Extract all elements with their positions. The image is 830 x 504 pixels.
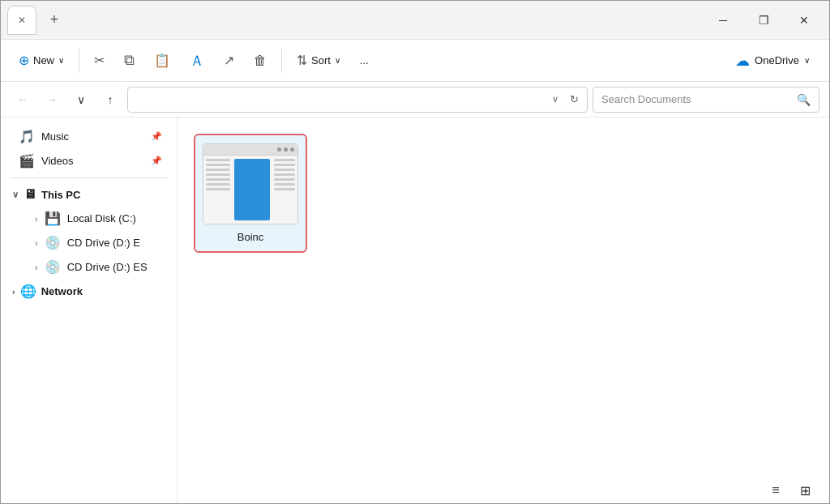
this-pc-label: This PC — [41, 189, 80, 201]
sidebar-item-videos[interactable]: 🎬 Videos 📌 — [6, 149, 172, 173]
share-button[interactable]: ↗ — [216, 45, 242, 76]
dropdown-button[interactable]: ∨ — [69, 88, 93, 112]
sidebar-item-cd-drive-des[interactable]: › 💿 CD Drive (D:) ES — [6, 255, 172, 279]
videos-icon: 🎬 — [19, 153, 35, 169]
back-icon: ← — [17, 93, 28, 106]
copy-icon: ⧉ — [124, 52, 135, 69]
close-button[interactable]: ✕ — [785, 7, 823, 33]
sort-icon: ⇅ — [297, 53, 307, 68]
tile-view-icon: ⊞ — [800, 483, 811, 498]
sidebar-item-music[interactable]: 🎵 Music 📌 — [6, 125, 172, 148]
cd-drive-de-icon: 💿 — [45, 235, 61, 250]
sidebar-group-this-pc[interactable]: ∨ 🖥 This PC — [6, 183, 172, 206]
delete-icon: 🗑 — [254, 53, 267, 68]
up-button[interactable]: ↑ — [98, 88, 122, 112]
dropdown-icon: ∨ — [77, 93, 85, 106]
cut-button[interactable]: ✂ — [86, 45, 113, 76]
rename-icon: Ａ — [190, 51, 204, 70]
onedrive-dropdown-icon: ∨ — [804, 56, 810, 65]
expand-child-icon-3: › — [35, 263, 38, 272]
thumb-line-2 — [206, 164, 230, 166]
local-disk-icon: 💾 — [45, 211, 61, 226]
thumb-center-panel — [234, 159, 270, 220]
browser-tab[interactable]: ✕ — [7, 6, 36, 35]
copy-button[interactable]: ⧉ — [116, 45, 143, 76]
thumb-dot-2 — [284, 147, 288, 152]
sort-label: Sort — [311, 54, 331, 66]
thumb-line-4 — [206, 173, 230, 176]
up-icon: ↑ — [108, 93, 113, 106]
expand-child-icon-2: › — [35, 238, 38, 248]
sort-button[interactable]: ⇅ Sort ∨ — [289, 45, 349, 76]
network-label: Network — [41, 285, 83, 297]
thumb-left-panel — [203, 156, 233, 224]
separator-2 — [281, 49, 282, 73]
thumb-line-5 — [206, 178, 230, 181]
new-tab-button[interactable]: + — [43, 9, 66, 32]
minimize-button[interactable]: ─ — [704, 7, 742, 33]
thumb-dot-3 — [290, 147, 294, 152]
this-pc-icon: 🖥 — [24, 187, 36, 202]
thumb-body — [203, 156, 297, 224]
tab-close-icon[interactable]: ✕ — [18, 15, 26, 26]
tile-view-button[interactable]: ⊞ — [794, 479, 816, 502]
thumbnail-inner — [203, 144, 297, 224]
toolbar: ⊕ New ∨ ✂ ⧉ 📋 Ａ ↗ 🗑 ⇅ Sort ∨ ... ☁ OneDr… — [1, 40, 829, 82]
thumb-dot-1 — [277, 147, 281, 152]
file-thumbnail-boinc — [203, 143, 298, 224]
sort-dropdown-icon: ∨ — [335, 56, 340, 65]
cd-drive-de-label: CD Drive (D:) E — [67, 237, 140, 249]
sidebar-item-cd-drive-de[interactable]: › 💿 CD Drive (D:) E — [6, 231, 172, 254]
cut-icon: ✂ — [94, 53, 105, 68]
share-icon: ↗ — [224, 53, 234, 68]
thumb-rline-6 — [274, 183, 295, 186]
sidebar-group-network[interactable]: › 🌐 Network — [6, 280, 172, 303]
sidebar-divider — [11, 177, 167, 178]
main-content: 🎵 Music 📌 🎬 Videos 📌 ∨ 🖥 This PC › 💾 Loc… — [1, 117, 829, 504]
title-bar-left: ✕ + — [7, 6, 66, 35]
more-button[interactable]: ... — [352, 45, 377, 76]
paste-icon: 📋 — [154, 53, 170, 68]
sidebar-item-music-label: Music — [41, 130, 69, 143]
pin-icon: 📌 — [151, 131, 162, 142]
thumb-rline-5 — [274, 178, 295, 181]
more-label: ... — [360, 54, 369, 66]
thumb-rline-7 — [274, 188, 295, 190]
window-controls: ─ ❐ ✕ — [704, 7, 823, 33]
address-chevron-icon: ∨ — [552, 94, 558, 105]
paste-button[interactable]: 📋 — [146, 45, 178, 76]
address-box[interactable]: ∨ ↻ — [127, 87, 588, 113]
sidebar-item-local-disk-c[interactable]: › 💾 Local Disk (C:) — [6, 207, 172, 230]
thumb-rline-3 — [274, 169, 295, 171]
expand-network-icon: › — [12, 287, 15, 297]
forward-button[interactable]: → — [40, 88, 64, 112]
list-view-button[interactable]: ≡ — [764, 479, 787, 502]
thumb-line-7 — [206, 188, 230, 190]
thumb-line-1 — [206, 159, 230, 161]
delete-button[interactable]: 🗑 — [246, 45, 275, 76]
rename-button[interactable]: Ａ — [182, 45, 212, 76]
file-label-boinc: Boinc — [237, 231, 264, 243]
thumb-right-panel — [272, 156, 297, 224]
cd-drive-des-icon: 💿 — [45, 259, 61, 275]
thumb-rline-1 — [274, 159, 295, 161]
search-placeholder: Search Documents — [601, 93, 691, 105]
thumb-rline-2 — [274, 164, 295, 166]
file-view: Boinc ≡ ⊞ — [178, 117, 829, 504]
separator-1 — [79, 49, 79, 73]
thumb-line-3 — [206, 169, 230, 171]
search-box[interactable]: Search Documents 🔍 — [593, 87, 819, 113]
file-item-wrapper-boinc: Boinc — [194, 134, 307, 253]
back-button[interactable]: ← — [11, 88, 35, 112]
onedrive-label: OneDrive — [755, 54, 799, 66]
list-view-icon: ≡ — [772, 483, 779, 498]
new-label: New — [33, 54, 54, 66]
expand-icon: ∨ — [12, 190, 19, 200]
file-item-boinc[interactable]: Boinc — [194, 134, 307, 253]
new-button[interactable]: ⊕ New ∨ — [11, 45, 72, 76]
refresh-icon[interactable]: ↻ — [570, 93, 579, 105]
onedrive-button[interactable]: ☁ OneDrive ∨ — [725, 45, 819, 76]
maximize-button[interactable]: ❐ — [745, 7, 782, 33]
expand-child-icon: › — [35, 214, 38, 224]
sidebar: 🎵 Music 📌 🎬 Videos 📌 ∨ 🖥 This PC › 💾 Loc… — [1, 117, 178, 504]
